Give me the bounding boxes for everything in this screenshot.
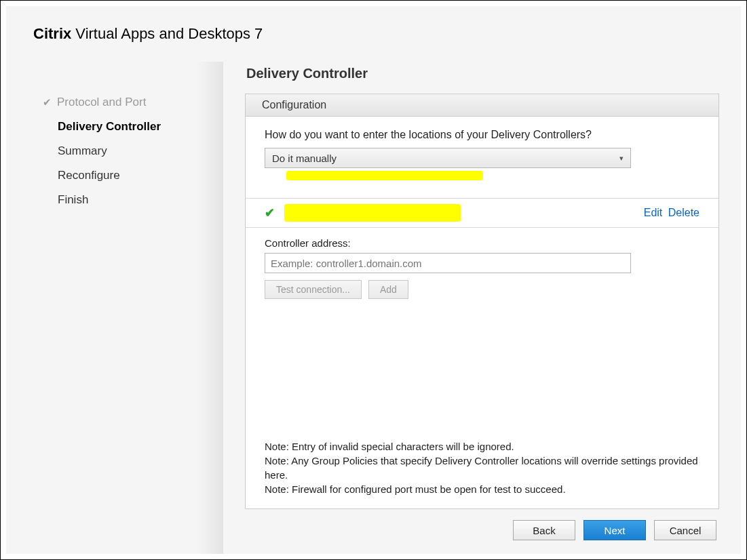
sidebar-item-label: Delivery Controller	[58, 120, 161, 134]
redaction-highlight-top	[286, 171, 483, 180]
body: ✔ Protocol and Port Delivery Controller …	[6, 62, 741, 554]
wizard-window: Citrix Virtual Apps and Desktops 7 ✔ Pro…	[0, 0, 747, 560]
main: Delivery Controller Configuration How do…	[223, 62, 741, 554]
note-line: Note: Any Group Policies that specify De…	[265, 454, 700, 482]
chevron-down-icon: ▾	[619, 154, 624, 163]
redaction-highlight	[284, 204, 461, 222]
dropdown-value: Do it manually	[272, 153, 337, 164]
success-check-icon: ✔	[265, 205, 275, 220]
entry-actions: Edit Delete	[641, 207, 700, 219]
entry-method-dropdown[interactable]: Do it manually ▾	[265, 148, 631, 168]
sidebar-item-delivery-controller[interactable]: Delivery Controller	[58, 120, 223, 134]
sidebar-item-reconfigure[interactable]: Reconfigure	[58, 169, 223, 182]
note-line: Note: Firewall for configured port must …	[265, 482, 700, 496]
sidebar: ✔ Protocol and Port Delivery Controller …	[6, 62, 223, 554]
address-section: Controller address: Test connection... A…	[246, 228, 719, 299]
controller-entry-wrap: ✔ Edit Delete	[246, 174, 719, 228]
header: Citrix Virtual Apps and Desktops 7	[6, 6, 741, 49]
notes: Note: Entry of invalid special character…	[246, 439, 719, 508]
brand-bold: Citrix	[33, 25, 71, 42]
controller-entry-row: ✔ Edit Delete	[246, 198, 719, 228]
sidebar-item-label: Protocol and Port	[57, 96, 146, 109]
note-line: Note: Entry of invalid special character…	[265, 439, 700, 454]
next-button[interactable]: Next	[583, 520, 646, 540]
test-connection-button[interactable]: Test connection...	[265, 280, 362, 299]
sidebar-item-protocol-port[interactable]: ✔ Protocol and Port	[43, 96, 223, 109]
controller-address-input[interactable]	[265, 253, 631, 273]
check-icon: ✔	[43, 96, 52, 108]
panel-header: Configuration	[246, 94, 719, 117]
sidebar-item-label: Reconfigure	[58, 169, 120, 182]
brand-rest: Virtual Apps and Desktops 7	[71, 25, 263, 42]
question-text: How do you want to enter the locations o…	[265, 129, 700, 141]
config-panel: Configuration How do you want to enter t…	[245, 94, 719, 509]
edit-link[interactable]: Edit	[644, 207, 663, 218]
page-title: Delivery Controller	[245, 62, 719, 94]
sidebar-item-summary[interactable]: Summary	[58, 144, 223, 158]
sidebar-item-label: Summary	[58, 144, 107, 158]
wizard-inner: Citrix Virtual Apps and Desktops 7 ✔ Pro…	[6, 6, 741, 554]
back-button[interactable]: Back	[513, 520, 575, 540]
sidebar-item-finish[interactable]: Finish	[58, 193, 223, 207]
address-buttons: Test connection... Add	[265, 280, 700, 299]
address-label: Controller address:	[265, 237, 700, 249]
entry-left: ✔	[265, 204, 461, 222]
footer: Back Next Cancel	[245, 509, 719, 540]
cancel-button[interactable]: Cancel	[654, 520, 716, 540]
sidebar-item-label: Finish	[58, 193, 88, 207]
add-button[interactable]: Add	[368, 280, 408, 299]
delete-link[interactable]: Delete	[668, 207, 700, 218]
panel-body: How do you want to enter the locations o…	[246, 117, 719, 174]
